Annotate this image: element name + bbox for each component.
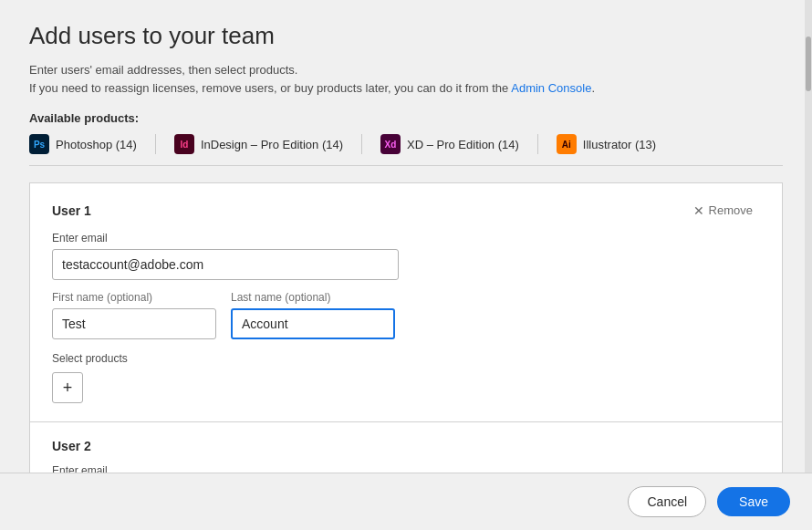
product-xd: Xd XD – Pro Edition (14) (380, 134, 538, 154)
user1-section: User 1 ✕ Remove Enter email First name (… (29, 182, 783, 422)
product-indesign: Id InDesign – Pro Edition (14) (174, 134, 362, 154)
product-illustrator: Ai Illustrator (13) (557, 134, 674, 154)
indesign-name: InDesign – Pro Edition (14) (201, 138, 343, 151)
user1-name-row: First name (optional) Last name (optiona… (52, 291, 760, 339)
remove-x-icon: ✕ (693, 204, 704, 217)
subtitle-text2: If you need to reassign licenses, remove… (29, 81, 511, 95)
user1-remove-button[interactable]: ✕ Remove (686, 200, 760, 221)
user1-email-label: Enter email (52, 232, 760, 244)
user1-add-product-button[interactable]: + (52, 372, 83, 403)
footer-bar: Cancel Save (0, 473, 812, 530)
user1-firstname-field: First name (optional) (52, 291, 216, 339)
product-photoshop: Ps Photoshop (14) (29, 134, 156, 154)
photoshop-name: Photoshop (14) (56, 138, 137, 151)
indesign-icon: Id (174, 134, 194, 154)
page-container: Add users to your team Enter users' emai… (0, 0, 812, 530)
illustrator-count: (13) (635, 138, 656, 151)
cancel-button[interactable]: Cancel (628, 486, 706, 517)
user1-header: User 1 ✕ Remove (52, 200, 760, 221)
user1-email-input[interactable] (52, 249, 399, 280)
xd-icon: Xd (380, 134, 401, 154)
page-title: Add users to your team (29, 22, 783, 50)
xd-name: XD – Pro Edition (14) (407, 138, 519, 151)
user1-lastname-field: Last name (optional) (231, 291, 395, 339)
subtitle-text1: Enter users' email addresses, then selec… (29, 63, 297, 77)
user1-select-products-label: Select products (52, 352, 760, 365)
scrollbar[interactable] (805, 0, 812, 530)
available-products-label: Available products: (29, 111, 783, 125)
main-content: Add users to your team Enter users' emai… (0, 0, 812, 473)
user2-email-label: Enter email (52, 464, 760, 473)
illustrator-icon: Ai (557, 134, 577, 154)
user1-lastname-label: Last name (optional) (231, 291, 395, 304)
user1-remove-label: Remove (709, 203, 753, 217)
scrollbar-thumb (806, 36, 811, 91)
admin-console-link[interactable]: Admin Console (511, 81, 591, 95)
save-button[interactable]: Save (717, 487, 790, 516)
photoshop-count: (14) (116, 138, 137, 151)
user1-lastname-input[interactable] (231, 308, 395, 339)
indesign-count: (14) (322, 138, 343, 151)
illustrator-name: Illustrator (13) (583, 138, 656, 151)
user2-header: User 2 (52, 439, 760, 453)
user1-firstname-input[interactable] (52, 308, 216, 339)
products-bar: Ps Photoshop (14) Id InDesign – Pro Edit… (29, 134, 783, 166)
xd-count: (14) (498, 138, 519, 151)
user2-title: User 2 (52, 439, 91, 453)
user1-firstname-label: First name (optional) (52, 291, 216, 304)
plus-icon: + (63, 379, 73, 398)
user1-title: User 1 (52, 203, 91, 218)
photoshop-icon: Ps (29, 134, 49, 154)
user2-section: User 2 Enter email (29, 422, 783, 473)
subtitle: Enter users' email addresses, then selec… (29, 61, 783, 97)
